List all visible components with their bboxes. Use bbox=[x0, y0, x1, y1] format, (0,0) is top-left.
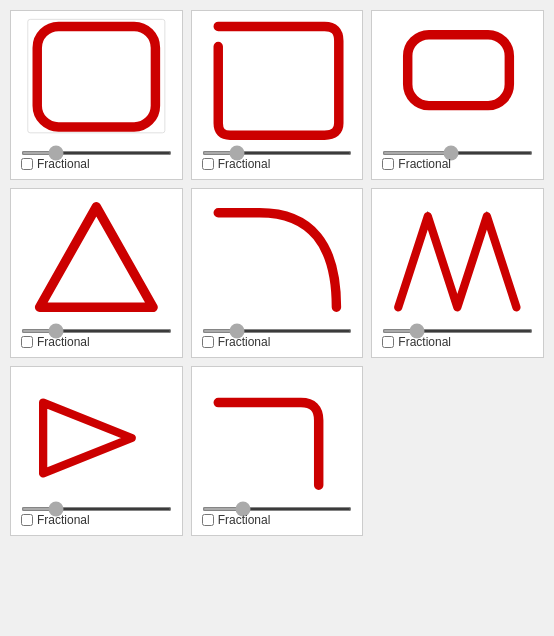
shape-grid: FractionalFractionalFractionalFractional… bbox=[10, 10, 544, 536]
shape-area-rounded-rect-full bbox=[17, 17, 176, 147]
checkbox-row-curve: Fractional bbox=[198, 335, 357, 351]
checkbox-row-rounded-rect-partial: Fractional bbox=[198, 157, 357, 173]
label-rounded-rect-partial: Fractional bbox=[218, 157, 271, 171]
slider-row-rounded-rect-highlight bbox=[378, 151, 537, 155]
svg-rect-0 bbox=[28, 19, 165, 132]
shape-area-zigzag bbox=[378, 195, 537, 325]
checkbox-rounded-rect-full[interactable] bbox=[21, 158, 33, 170]
slider-rounded-rect-highlight[interactable] bbox=[382, 151, 533, 155]
card-rounded-rect-highlight: Fractional bbox=[371, 10, 544, 180]
label-rounded-rect-highlight: Fractional bbox=[398, 157, 451, 171]
checkbox-corner[interactable] bbox=[202, 514, 214, 526]
slider-arrow[interactable] bbox=[21, 507, 172, 511]
shape-area-arrow bbox=[17, 373, 176, 503]
checkbox-row-rounded-rect-highlight: Fractional bbox=[378, 157, 537, 173]
card-zigzag: Fractional bbox=[371, 188, 544, 358]
shape-area-curve bbox=[198, 195, 357, 325]
label-triangle: Fractional bbox=[37, 335, 90, 349]
checkbox-row-arrow: Fractional bbox=[17, 513, 176, 529]
slider-curve[interactable] bbox=[202, 329, 353, 333]
slider-row-triangle bbox=[17, 329, 176, 333]
checkbox-rounded-rect-highlight[interactable] bbox=[382, 158, 394, 170]
checkbox-curve[interactable] bbox=[202, 336, 214, 348]
slider-row-zigzag bbox=[378, 329, 537, 333]
shape-area-triangle bbox=[17, 195, 176, 325]
card-corner: Fractional bbox=[191, 366, 364, 536]
checkbox-zigzag[interactable] bbox=[382, 336, 394, 348]
checkbox-row-triangle: Fractional bbox=[17, 335, 176, 351]
shape-area-rounded-rect-highlight bbox=[378, 17, 537, 147]
slider-row-rounded-rect-full bbox=[17, 151, 176, 155]
checkbox-triangle[interactable] bbox=[21, 336, 33, 348]
slider-corner[interactable] bbox=[202, 507, 353, 511]
slider-row-corner bbox=[198, 507, 357, 511]
shape-area-rounded-rect-partial bbox=[198, 17, 357, 147]
label-arrow: Fractional bbox=[37, 513, 90, 527]
slider-zigzag[interactable] bbox=[382, 329, 533, 333]
slider-row-curve bbox=[198, 329, 357, 333]
label-curve: Fractional bbox=[218, 335, 271, 349]
card-rounded-rect-full: Fractional bbox=[10, 10, 183, 180]
slider-row-arrow bbox=[17, 507, 176, 511]
label-corner: Fractional bbox=[218, 513, 271, 527]
checkbox-row-rounded-rect-full: Fractional bbox=[17, 157, 176, 173]
checkbox-row-corner: Fractional bbox=[198, 513, 357, 529]
label-zigzag: Fractional bbox=[398, 335, 451, 349]
card-curve: Fractional bbox=[191, 188, 364, 358]
checkbox-arrow[interactable] bbox=[21, 514, 33, 526]
slider-row-rounded-rect-partial bbox=[198, 151, 357, 155]
card-triangle: Fractional bbox=[10, 188, 183, 358]
slider-rounded-rect-full[interactable] bbox=[21, 151, 172, 155]
shape-area-corner bbox=[198, 373, 357, 503]
slider-triangle[interactable] bbox=[21, 329, 172, 333]
card-arrow: Fractional bbox=[10, 366, 183, 536]
card-rounded-rect-partial: Fractional bbox=[191, 10, 364, 180]
slider-rounded-rect-partial[interactable] bbox=[202, 151, 353, 155]
label-rounded-rect-full: Fractional bbox=[37, 157, 90, 171]
svg-rect-1 bbox=[37, 26, 155, 126]
svg-marker-3 bbox=[40, 207, 153, 307]
checkbox-row-zigzag: Fractional bbox=[378, 335, 537, 351]
checkbox-rounded-rect-partial[interactable] bbox=[202, 158, 214, 170]
svg-rect-2 bbox=[408, 35, 510, 106]
